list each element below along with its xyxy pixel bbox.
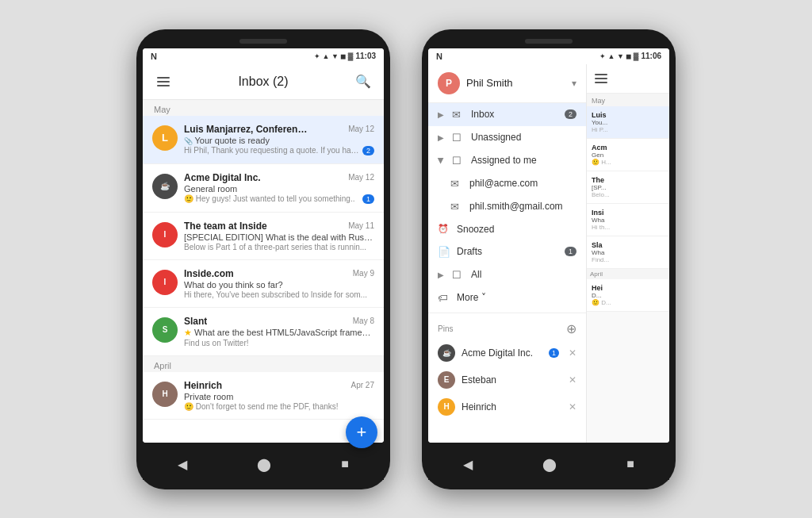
email-preview-1: Hi Phil, Thank you requesting a quote. I… [184, 146, 359, 155]
pin-close-heinrich[interactable]: ✕ [569, 401, 576, 412]
email-header-3: The team at Inside May 11 [184, 221, 374, 232]
peek-item-4: Insi Wha Hi th... [587, 204, 669, 236]
pin-item-heinrich[interactable]: H Heinrich ✕ [428, 393, 586, 420]
drawer-item-inbox[interactable]: ▶ ✉ Inbox 2 [428, 103, 586, 126]
pin-item-esteban[interactable]: E Esteban ✕ [428, 366, 586, 393]
drawer-item-unassigned[interactable]: ▶ ☐ Unassigned [428, 126, 586, 149]
phil-acme-icon: ✉ [450, 178, 463, 190]
email-subject-6: Private room [184, 392, 374, 401]
profile-avatar: P [438, 72, 460, 94]
status-left-1: N [151, 52, 157, 61]
drawer-label-phil-acme: phil@acme.com [469, 178, 576, 189]
pin-item-acme[interactable]: ☕ Acme Digital Inc. 1 ✕ [428, 340, 586, 366]
email-from-1: Luis Manjarrez, Conference Badge [184, 124, 311, 135]
all-icon: ☐ [452, 269, 465, 281]
email-preview-5: Find us on Twitter! [184, 339, 374, 347]
drawer-profile[interactable]: P Phil Smith ▾ [428, 64, 586, 103]
email-content-1: Luis Manjarrez, Conference Badge May 12 … [184, 124, 374, 155]
email-badge-2: 1 [362, 194, 374, 204]
email-preview-row-4: Hi there, You've been subscribed to Insi… [184, 290, 374, 299]
email-from-4: Inside.com [184, 268, 234, 279]
peek-item-2: Acm Gen 🙂 H... [587, 139, 669, 171]
pin-close-esteban[interactable]: ✕ [569, 374, 576, 386]
email-item-1[interactable]: L Luis Manjarrez, Conference Badge May 1… [143, 116, 384, 164]
email-preview-row-2: 🙂 Hey guys! Just wanted to tell you some… [184, 194, 374, 204]
bottom-nav-2: ◀ ⬤ ■ [428, 447, 669, 480]
speaker-1 [239, 39, 287, 44]
peek-april: April [587, 269, 669, 279]
status-right-1: ✦ ▲ ▼ ◼ ▓ 11:03 [314, 52, 376, 60]
peek-header [587, 64, 669, 94]
pin-close-acme[interactable]: ✕ [569, 347, 576, 359]
email-item-4[interactable]: I Inside.com May 9 What do you think so … [143, 260, 384, 308]
drawer-label-drafts: Drafts [457, 246, 558, 257]
unassigned-icon: ☐ [452, 132, 465, 144]
peek-preview-6: 🙂 D... [592, 299, 665, 306]
bottom-nav-1: ◀ ⬤ ■ [143, 447, 384, 480]
back-button-2[interactable]: ◀ [454, 454, 482, 475]
phone-2: N ✦ ▲ ▼ ◼ ▓ 11:06 P Phil Smith ▾ ▶ ✉ [422, 29, 676, 489]
email-subject-2: General room [184, 184, 374, 194]
drawer-item-phil-acme[interactable]: ✉ phil@acme.com [428, 172, 586, 195]
back-button-1[interactable]: ◀ [168, 454, 197, 475]
drawer-item-more[interactable]: 🏷 More ˅ [428, 286, 586, 309]
peek-from-1: Luis [592, 111, 665, 119]
drawer-item-drafts[interactable]: 📄 Drafts 1 [428, 240, 586, 263]
email-from-6: Heinrich [184, 380, 222, 391]
drawer-badge-inbox: 2 [565, 109, 576, 119]
avatar-insidecom: I [152, 270, 178, 295]
search-icon-1: 🔍 [355, 74, 371, 89]
screen-1: N ✦ ▲ ▼ ◼ ▓ 11:03 Inbox (2) 🔍 May [143, 48, 384, 443]
status-left-2: N [436, 52, 442, 61]
email-subject-5: ★ What are the best HTML5/JavaScript fra… [184, 328, 374, 338]
avatar-inside: I [152, 222, 178, 247]
drawer-label-more: More ˅ [457, 292, 576, 303]
drawer-label-phil-gmail: phil.smith@gmail.com [469, 201, 576, 212]
email-item-3[interactable]: I The team at Inside May 11 [SPECIAL EDI… [143, 213, 384, 260]
peek-from-4: Insi [592, 209, 665, 217]
recents-button-1[interactable]: ■ [331, 454, 358, 474]
expand-arrow-all: ▶ [438, 271, 444, 279]
drawer-item-all[interactable]: ▶ ☐ All [428, 263, 586, 286]
email-preview-4: Hi there, You've been subscribed to Insi… [184, 290, 374, 299]
email-item-6[interactable]: H Heinrich Apr 27 Private room 🙂 Don't f… [143, 372, 384, 420]
app-logo-2: N [436, 52, 442, 61]
email-item-5[interactable]: S Slant May 8 ★ What are the best HTML5/… [143, 308, 384, 356]
drawer-item-assigned[interactable]: ▶ ☐ Assigned to me [428, 149, 586, 172]
expand-arrow-unassigned: ▶ [438, 133, 444, 142]
email-date-5: May 8 [353, 317, 374, 325]
phone-1: N ✦ ▲ ▼ ◼ ▓ 11:03 Inbox (2) 🔍 May [136, 29, 390, 489]
peek-item-6: Hei D... 🙂 D... [587, 279, 669, 312]
email-from-5: Slant [184, 316, 207, 327]
inbox-icon: ✉ [452, 109, 465, 121]
email-content-4: Inside.com May 9 What do you think so fa… [184, 268, 374, 299]
status-time-2: 11:06 [641, 52, 661, 60]
pins-add-button[interactable]: ⊕ [566, 321, 576, 336]
email-item-2[interactable]: ☕ Acme Digital Inc. May 12 General room … [143, 164, 384, 213]
drawer-item-phil-gmail[interactable]: ✉ phil.smith@gmail.com [428, 195, 586, 218]
email-content-2: Acme Digital Inc. May 12 General room 🙂 … [184, 172, 374, 204]
drafts-icon: 📄 [438, 246, 450, 258]
peek-preview-3: Belo... [592, 191, 665, 198]
home-button-1[interactable]: ⬤ [247, 454, 281, 475]
email-content-6: Heinrich Apr 27 Private room 🙂 Don't for… [184, 380, 374, 411]
date-group-april-1: April [143, 356, 384, 372]
peek-date: May [587, 94, 669, 106]
home-button-2[interactable]: ⬤ [533, 454, 566, 475]
email-preview-row-3: Below is Part 1 of a three-part series t… [184, 243, 374, 251]
email-preview-6: 🙂 Don't forget to send me the PDF, thank… [184, 402, 374, 411]
pin-badge-acme: 1 [549, 348, 559, 358]
drawer-item-snoozed[interactable]: ⏰ Snoozed [428, 218, 586, 240]
drawer-panel: P Phil Smith ▾ ▶ ✉ Inbox 2 ▶ ☐ Unassigne… [428, 64, 587, 443]
phone-top-1 [143, 39, 384, 44]
search-button-1[interactable]: 🔍 [352, 71, 374, 93]
email-preview-row-6: 🙂 Don't forget to send me the PDF, thank… [184, 402, 374, 411]
menu-button-1[interactable] [152, 71, 174, 93]
peek-from-3: The [592, 176, 665, 184]
drawer-divider [428, 313, 586, 313]
recents-button-2[interactable]: ■ [617, 454, 644, 474]
app-logo-1: N [151, 52, 157, 61]
email-list-1: May L Luis Manjarrez, Conference Badge M… [143, 100, 384, 443]
pin-name-acme: Acme Digital Inc. [462, 347, 542, 359]
avatar-slant: S [152, 317, 178, 343]
